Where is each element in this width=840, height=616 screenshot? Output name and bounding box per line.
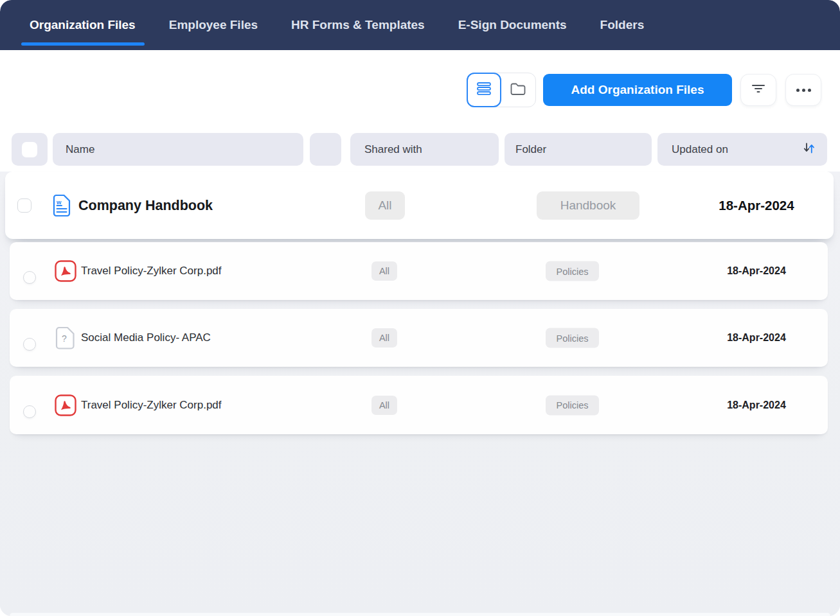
table-row[interactable]: ? Social Media Policy- APAC All Policies… xyxy=(10,309,828,367)
pdf-icon xyxy=(55,394,76,416)
table-row[interactable]: w Company Handbook All Handbook 18-Apr-2… xyxy=(5,172,834,239)
folder-badge: Policies xyxy=(546,395,599,415)
tab-label: Folders xyxy=(600,18,645,32)
header-folder[interactable]: Folder xyxy=(505,133,652,166)
updated-on-date: 18-Apr-2024 xyxy=(711,265,801,277)
header-label: Shared with xyxy=(364,143,422,156)
filter-icon xyxy=(751,83,766,97)
shared-with-badge: All xyxy=(371,261,397,281)
shared-with-badge: All xyxy=(365,191,405,220)
header-label: Name xyxy=(66,143,94,156)
add-organization-files-button[interactable]: Add Organization Files xyxy=(543,74,732,106)
shared-with-badge: All xyxy=(371,396,397,415)
tab-label: E-Sign Documents xyxy=(458,18,567,32)
list-view-button[interactable] xyxy=(467,73,501,107)
tab-esign-documents[interactable]: E-Sign Documents xyxy=(458,0,567,50)
select-all-header-cell xyxy=(12,133,48,166)
more-icon xyxy=(796,89,811,92)
tab-organization-files[interactable]: Organization Files xyxy=(30,0,136,50)
folder-view-icon xyxy=(510,82,526,98)
toolbar-and-header-band: Add Organization Files Name Shared with xyxy=(0,50,840,172)
folder-view-button[interactable] xyxy=(501,73,535,107)
tab-employee-files[interactable]: Employee Files xyxy=(169,0,258,50)
table-row[interactable]: Travel Policy-Zylker Corp.pdf All Polici… xyxy=(10,242,828,300)
tab-folders[interactable]: Folders xyxy=(600,0,645,50)
file-name[interactable]: Company Handbook xyxy=(78,197,213,213)
row-checkbox[interactable] xyxy=(23,338,36,351)
shared-with-badge: All xyxy=(371,328,397,348)
updated-on-date: 18-Apr-2024 xyxy=(711,332,801,344)
table-row[interactable]: Travel Policy-Zylker Corp.pdf All Polici… xyxy=(10,376,828,434)
header-blank xyxy=(310,133,341,166)
file-name[interactable]: Travel Policy-Zylker Corp.pdf xyxy=(81,265,222,277)
pdf-icon xyxy=(55,260,76,282)
row-checkbox[interactable] xyxy=(23,271,36,284)
header-shared-with[interactable]: Shared with xyxy=(350,133,499,166)
word-doc-icon: w xyxy=(52,193,71,217)
filter-button[interactable] xyxy=(740,74,776,106)
tab-hr-forms-templates[interactable]: HR Forms & Templates xyxy=(291,0,425,50)
tab-label: Employee Files xyxy=(169,18,258,32)
row-checkbox[interactable] xyxy=(23,405,36,418)
svg-text:w: w xyxy=(56,198,62,205)
svg-text:?: ? xyxy=(62,333,67,344)
header-name[interactable]: Name xyxy=(53,133,303,166)
header-updated-on[interactable]: Updated on xyxy=(657,133,827,166)
more-button[interactable] xyxy=(785,74,821,106)
row-checkbox[interactable] xyxy=(17,198,31,213)
file-name[interactable]: Social Media Policy- APAC xyxy=(81,331,211,344)
unknown-file-icon: ? xyxy=(55,326,75,350)
select-all-checkbox[interactable] xyxy=(22,142,37,157)
bottom-strip xyxy=(10,613,830,616)
tab-label: HR Forms & Templates xyxy=(291,18,425,32)
file-list: w Company Handbook All Handbook 18-Apr-2… xyxy=(0,172,840,616)
folder-badge: Policies xyxy=(546,328,599,348)
updated-on-date: 18-Apr-2024 xyxy=(708,198,805,213)
folder-badge: Policies xyxy=(546,261,599,281)
file-name[interactable]: Travel Policy-Zylker Corp.pdf xyxy=(81,399,222,412)
top-nav-bar: Organization Files Employee Files HR For… xyxy=(0,0,840,50)
app-window: Organization Files Employee Files HR For… xyxy=(0,0,840,616)
header-label: Updated on xyxy=(672,143,728,156)
list-view-icon xyxy=(476,81,492,99)
folder-badge: Handbook xyxy=(537,191,639,220)
header-label: Folder xyxy=(515,143,546,156)
updated-on-date: 18-Apr-2024 xyxy=(711,400,801,411)
tab-label: Organization Files xyxy=(30,18,136,32)
view-toggle xyxy=(467,73,536,107)
sort-arrows-icon[interactable] xyxy=(803,142,816,157)
